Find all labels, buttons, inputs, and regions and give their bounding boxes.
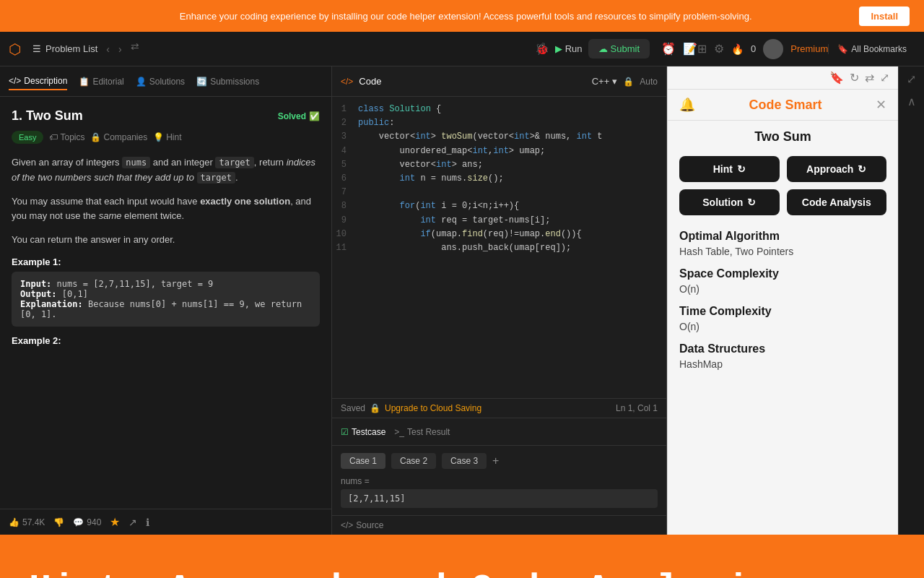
info-icon[interactable]: ℹ: [146, 517, 149, 528]
submit-label: Submit: [611, 43, 640, 54]
case2-tab[interactable]: Case 2: [391, 453, 436, 469]
prev-arrow[interactable]: ‹: [103, 40, 113, 58]
refresh-icon-right[interactable]: ↻: [850, 71, 859, 85]
code-line-9: 9 int req = target-nums[i];: [332, 214, 666, 228]
source-label: Source: [356, 520, 383, 530]
companies-tag[interactable]: 🔒 Companies: [90, 132, 147, 142]
code-line-1: 1 class Solution {: [332, 103, 666, 116]
chevron-up-icon[interactable]: ∧: [907, 95, 916, 108]
add-case-button[interactable]: +: [492, 453, 499, 469]
tab-description[interactable]: </> Description: [9, 73, 67, 90]
explanation-label: Explanation:: [20, 299, 83, 309]
code-editor[interactable]: 1 class Solution { 2 public: 3 vector<in…: [332, 97, 666, 398]
hint-tag[interactable]: 💡 Hint: [153, 132, 181, 142]
debug-icon[interactable]: 🐞: [535, 42, 549, 56]
solutions-label: Solutions: [149, 77, 185, 87]
run-section: 🐞 ▶ Run ☁ Submit ⏰ 📝: [535, 39, 697, 59]
solved-badge: Solved ✅: [278, 111, 320, 121]
nums-value[interactable]: [2,7,11,15]: [341, 489, 658, 508]
star-icon[interactable]: ★: [110, 515, 120, 529]
problem-name: Two Sum: [26, 108, 83, 123]
testcase-label: Testcase: [352, 427, 385, 437]
result-tab[interactable]: >_ Test Result: [394, 427, 450, 437]
note-icon[interactable]: 📝: [683, 42, 697, 56]
tag-icon: 🏷: [49, 132, 58, 142]
fire-icon: 🔥: [731, 43, 744, 55]
problem-content: 1. Two Sum Solved ✅ Easy 🏷 Topics 🔒 Comp…: [0, 97, 331, 509]
streak-count: 0: [751, 43, 756, 54]
hint-button[interactable]: Hint ↻: [679, 156, 780, 182]
likes-stat[interactable]: 👍 57.4K: [9, 517, 45, 527]
all-bookmarks[interactable]: 🔖 All Bookmarks: [828, 44, 915, 54]
comments-stat[interactable]: 💬 940: [73, 517, 101, 527]
submit-button[interactable]: ☁ Submit: [588, 39, 650, 59]
language-select[interactable]: C++ ▾: [592, 76, 618, 87]
problem-title-text: 1. Two Sum: [12, 108, 83, 124]
optimal-algorithm-section: Optimal Algorithm Hash Table, Two Pointe…: [679, 230, 886, 257]
share-icon[interactable]: ↗: [128, 517, 137, 528]
run-label: Run: [565, 43, 583, 54]
bookmark-icon-right[interactable]: 🔖: [829, 71, 844, 85]
premium-label[interactable]: Premium: [790, 43, 828, 54]
tab-solutions[interactable]: 👤 Solutions: [136, 74, 185, 90]
bottom-section: Hint, Approach and Code Analysis: [0, 535, 924, 578]
gear-icon[interactable]: ⚙: [714, 42, 724, 56]
solved-label: Solved: [278, 111, 306, 121]
logo-icon[interactable]: ⬡: [9, 40, 21, 58]
bottom-text: Hint, Approach and Code Analysis: [29, 569, 773, 579]
output-label: Output:: [20, 289, 57, 299]
description-icon: </>: [9, 76, 21, 86]
nav-arrows: ‹ › ⇄: [103, 40, 139, 58]
problem-list-nav[interactable]: ☰ Problem List: [32, 43, 97, 54]
expand-icon-right[interactable]: ⤢: [880, 71, 889, 85]
code-line-4: 4 unordered_map<int,int> umap;: [332, 144, 666, 158]
code-line-7: 7: [332, 186, 666, 199]
hint-btn-label: Hint: [713, 163, 733, 175]
hint-label: Hint: [166, 132, 181, 142]
topics-tag[interactable]: 🏷 Topics: [49, 132, 84, 142]
shuffle-icon[interactable]: ⇄: [131, 40, 139, 58]
tab-editorial[interactable]: 📋 Editorial: [79, 74, 123, 90]
code-area: </> Code C++ ▾ 🔒 Auto 1 class Solution {…: [332, 66, 666, 418]
avatar[interactable]: [763, 39, 783, 59]
right-top-icons: 🔖 ↻ ⇄ ⤢: [668, 66, 898, 90]
problem-description-2: You may assume that each input would hav…: [12, 194, 320, 225]
editorial-label: Editorial: [92, 77, 123, 87]
case3-tab[interactable]: Case 3: [442, 453, 487, 469]
middle-panel: </> Code C++ ▾ 🔒 Auto 1 class Solution {…: [332, 66, 667, 535]
hint-refresh-icon: ↻: [737, 163, 746, 175]
terminal-icon: >_: [394, 427, 404, 437]
approach-button[interactable]: Approach ↻: [787, 156, 887, 182]
tab-submissions[interactable]: 🔄 Submissions: [196, 74, 259, 90]
next-arrow[interactable]: ›: [116, 40, 125, 58]
upgrade-link[interactable]: Upgrade to Cloud Saving: [385, 403, 481, 413]
play-icon: ▶: [555, 43, 562, 54]
case1-tab[interactable]: Case 1: [341, 453, 385, 469]
arrows-icon-right[interactable]: ⇄: [865, 71, 874, 85]
description-label: Description: [24, 76, 67, 86]
testcase-tab[interactable]: ☑ Testcase: [341, 427, 385, 437]
grid-icon[interactable]: ⊞: [697, 42, 707, 56]
run-button[interactable]: ▶ Run: [555, 43, 583, 54]
comment-icon: 💬: [73, 517, 84, 527]
code-line-8: 8 for(int i = 0;i<n;i++){: [332, 199, 666, 213]
clock-icon[interactable]: ⏰: [661, 42, 676, 56]
time-complexity-section: Time Complexity O(n): [679, 305, 886, 332]
install-button[interactable]: Install: [859, 7, 910, 26]
editorial-icon: 📋: [79, 77, 90, 87]
code-header: </> Code C++ ▾ 🔒 Auto: [332, 66, 666, 97]
close-icon[interactable]: ✕: [876, 97, 886, 113]
main-layout: </> Description 📋 Editorial 👤 Solutions …: [0, 66, 924, 535]
code-smart-title: Code Smart: [749, 98, 821, 113]
expand-left-icon[interactable]: ⤢: [907, 72, 916, 86]
data-structures-title: Data Structures: [679, 342, 886, 355]
solutions-icon: 👤: [136, 77, 147, 87]
time-complexity-title: Time Complexity: [679, 305, 886, 318]
dislikes-stat[interactable]: 👎: [53, 517, 64, 527]
problem-list-label: Problem List: [45, 43, 97, 54]
left-panel-tabs: </> Description 📋 Editorial 👤 Solutions …: [0, 66, 331, 97]
solution-button[interactable]: Solution ↻: [679, 189, 780, 215]
optimal-algorithm-title: Optimal Algorithm: [679, 230, 886, 243]
code-analysis-button[interactable]: Code Analysis: [787, 189, 887, 215]
lock-small-icon: 🔒: [370, 403, 380, 413]
